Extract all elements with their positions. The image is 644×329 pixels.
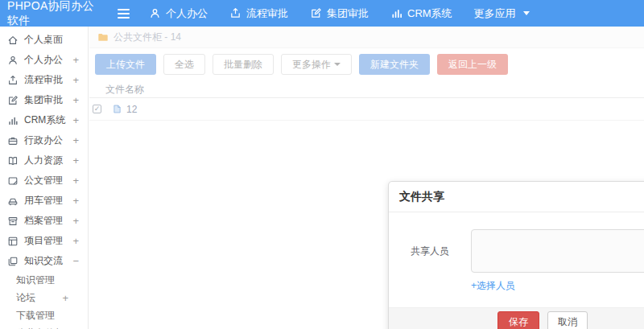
back-button[interactable]: 返回上一级 bbox=[437, 54, 508, 75]
sidebar-item-crm[interactable]: CRM系统 + bbox=[0, 110, 88, 130]
sidebar-item-knowledge-exchange[interactable]: 知识交流 − bbox=[0, 251, 88, 271]
more-operations-label: 更多操作 bbox=[292, 58, 331, 72]
topnav-more-apps[interactable]: 更多应用 bbox=[474, 6, 530, 21]
file-share-modal: 文件共享 共享人员 +选择人员 保存 取消 bbox=[388, 181, 644, 329]
sidebar-item-label: 集团审批 bbox=[24, 93, 63, 107]
sidebar-item-vehicle-mgmt[interactable]: 用车管理 + bbox=[0, 191, 88, 211]
topnav-personal-office[interactable]: 个人办公 bbox=[149, 6, 208, 21]
sidebar-subitem-download-mgmt[interactable]: 下载管理 bbox=[0, 306, 88, 324]
bar-chart-icon bbox=[390, 7, 402, 19]
sidebar-item-group-approval[interactable]: 集团审批 + bbox=[0, 90, 88, 110]
app-logo: PHPOA协同办公软件 bbox=[0, 0, 105, 28]
breadcrumb-text: 公共文件柜 - 14 bbox=[114, 31, 181, 44]
modal-title: 文件共享 bbox=[389, 182, 644, 212]
expand-plus-icon: + bbox=[72, 154, 79, 167]
file-icon bbox=[112, 104, 122, 114]
project-board-icon bbox=[7, 236, 19, 247]
folder-icon bbox=[97, 31, 109, 43]
share-members-label: 共享人员 bbox=[411, 245, 449, 258]
home-icon bbox=[7, 35, 19, 46]
sidebar-subitem-label: 论坛 bbox=[16, 291, 35, 305]
save-button[interactable]: 保存 bbox=[497, 311, 539, 329]
modal-footer: 保存 取消 bbox=[389, 307, 644, 329]
sidebar-subitem-public-file-cabinet[interactable]: 公共文件柜 bbox=[0, 324, 88, 329]
row-checkbox[interactable] bbox=[93, 105, 101, 113]
sidebar-item-admin-office[interactable]: 行政办公 + bbox=[0, 130, 88, 150]
caret-down-icon bbox=[334, 63, 341, 66]
sidebar-subitem-knowledge-mgmt[interactable]: 知识管理 bbox=[0, 271, 88, 289]
user-icon bbox=[7, 55, 19, 66]
collapse-minus-icon: − bbox=[72, 255, 79, 267]
sidebar-item-label: CRM系统 bbox=[24, 113, 65, 127]
sidebar-item-label: 个人办公 bbox=[24, 53, 63, 67]
topnav-label: CRM系统 bbox=[407, 6, 452, 21]
sidebar-item-personal-office[interactable]: 个人办公 + bbox=[0, 50, 88, 70]
sidebar-item-personal-desktop[interactable]: 个人桌面 bbox=[0, 30, 88, 50]
toolbar: 上传文件 全选 批量删除 更多操作 新建文件夹 返回上一级 bbox=[89, 48, 644, 81]
file-name: 12 bbox=[126, 104, 137, 115]
topnav-label: 流程审批 bbox=[246, 6, 288, 21]
sidebar-subitem-label: 公共文件柜 bbox=[16, 327, 64, 329]
sidebar-item-label: 人力资源 bbox=[24, 154, 63, 167]
expand-plus-icon: + bbox=[72, 74, 79, 86]
sidebar-item-label: 知识交流 bbox=[24, 254, 63, 268]
file-table-row[interactable]: 12 bbox=[89, 98, 644, 121]
share-members-textarea[interactable] bbox=[471, 229, 644, 273]
sidebar-subitem-label: 下载管理 bbox=[16, 309, 55, 323]
book-icon bbox=[7, 155, 19, 167]
select-members-link[interactable]: +选择人员 bbox=[471, 279, 515, 293]
expand-plus-icon: + bbox=[62, 292, 68, 304]
file-name-column-header: 文件名称 bbox=[105, 83, 144, 97]
sidebar-item-hr[interactable]: 人力资源 + bbox=[0, 150, 88, 171]
file-table-header: 文件名称 bbox=[89, 81, 644, 98]
edit-square-icon bbox=[310, 7, 322, 19]
sidebar-subitem-forum[interactable]: 论坛 + bbox=[0, 289, 88, 306]
sidebar-item-label: 行政办公 bbox=[24, 134, 63, 147]
more-operations-button[interactable]: 更多操作 bbox=[281, 54, 352, 75]
caret-down-icon bbox=[523, 11, 530, 15]
briefcase-icon bbox=[7, 135, 19, 146]
car-icon bbox=[7, 195, 19, 207]
topnav-label: 个人办公 bbox=[166, 6, 208, 21]
topnav-process-approval[interactable]: 流程审批 bbox=[229, 6, 288, 21]
sidebar-item-label: 用车管理 bbox=[24, 194, 63, 208]
pages-icon bbox=[7, 256, 19, 267]
edit-square-icon bbox=[7, 95, 19, 106]
sidebar-item-process-approval[interactable]: 流程审批 + bbox=[0, 70, 88, 90]
topnav-crm[interactable]: CRM系统 bbox=[390, 6, 452, 21]
sidebar-subitem-label: 知识管理 bbox=[16, 273, 55, 287]
expand-plus-icon: + bbox=[72, 195, 79, 207]
select-all-button[interactable]: 全选 bbox=[163, 54, 205, 75]
sidebar-item-archive-mgmt[interactable]: 档案管理 + bbox=[0, 211, 88, 231]
sidebar-item-label: 项目管理 bbox=[24, 234, 63, 248]
topnav-label: 更多应用 bbox=[474, 6, 516, 21]
cancel-button[interactable]: 取消 bbox=[547, 311, 588, 329]
user-icon bbox=[149, 7, 161, 19]
bar-chart-icon bbox=[7, 115, 19, 126]
expand-plus-icon: + bbox=[72, 235, 79, 247]
archive-icon bbox=[7, 216, 19, 227]
process-icon bbox=[7, 75, 19, 86]
topnav-label: 集团审批 bbox=[327, 6, 369, 21]
upload-file-button[interactable]: 上传文件 bbox=[95, 54, 156, 75]
sidebar: 个人桌面 个人办公 + 流程审批 + 集团审批 + CRM系统 + 行政办公 bbox=[0, 27, 89, 329]
sidebar-item-document-mgmt[interactable]: 公文管理 + bbox=[0, 171, 88, 191]
expand-plus-icon: + bbox=[72, 94, 79, 106]
batch-delete-button[interactable]: 批量删除 bbox=[213, 54, 274, 75]
breadcrumb: 公共文件柜 - 14 bbox=[89, 27, 644, 48]
hamburger-menu-icon[interactable] bbox=[118, 9, 130, 19]
expand-plus-icon: + bbox=[72, 114, 79, 126]
sidebar-item-label: 流程审批 bbox=[24, 73, 63, 87]
expand-plus-icon: + bbox=[72, 54, 79, 66]
topnav-group-approval[interactable]: 集团审批 bbox=[310, 6, 369, 21]
topbar: PHPOA协同办公软件 个人办公 流程审批 集团审批 CRM系统 更多应用 bbox=[0, 0, 644, 27]
new-folder-button[interactable]: 新建文件夹 bbox=[359, 54, 430, 75]
expand-plus-icon: + bbox=[72, 134, 79, 146]
document-icon bbox=[7, 175, 19, 187]
sidebar-item-project-mgmt[interactable]: 项目管理 + bbox=[0, 231, 88, 251]
sidebar-item-label: 个人桌面 bbox=[24, 33, 63, 47]
expand-plus-icon: + bbox=[72, 175, 79, 187]
sidebar-item-label: 公文管理 bbox=[24, 174, 63, 187]
expand-plus-icon: + bbox=[72, 215, 79, 227]
modal-body: 共享人员 +选择人员 bbox=[389, 212, 644, 301]
